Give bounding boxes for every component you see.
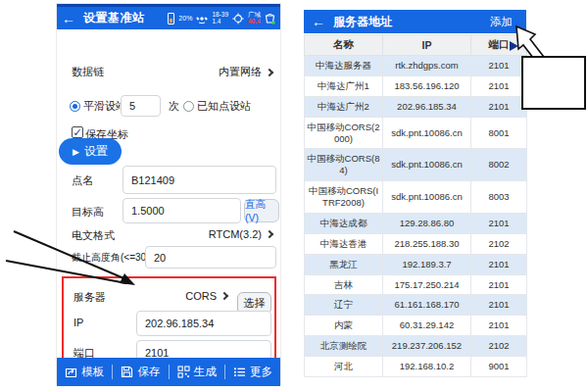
server-table-row[interactable]: 中国移动CORS(2000) sdk.pnt.10086.cn 8001 <box>305 117 527 149</box>
smooth-radio[interactable]: 平滑设站 <box>70 99 126 114</box>
save-icon <box>121 366 133 378</box>
server-port-cell: 2101 <box>471 96 527 117</box>
server-table-row[interactable]: 中国移动CORS(ITRF2008) sdk.pnt.10086.cn 8003 <box>305 181 527 214</box>
chevron-right-icon <box>266 68 273 75</box>
battery-icon <box>168 13 174 24</box>
server-ip-cell: 219.237.206.152 <box>383 336 471 357</box>
play-icon: ▶ <box>73 147 79 157</box>
accuracy-value: 40.4 <box>248 19 261 25</box>
back-icon[interactable]: ← <box>312 15 325 28</box>
radio-selected-icon <box>70 101 80 112</box>
message-format-label: 电文格式 <box>72 228 115 243</box>
server-table-row[interactable]: 中海达广州1 183.56.196.120 2101 <box>305 75 527 96</box>
server-name-cell: 内蒙 <box>305 316 383 336</box>
target-height-input[interactable] <box>122 198 241 223</box>
template-button-label: 模板 <box>81 365 104 379</box>
server-label: 服务器 <box>74 290 106 305</box>
pdop-value: 1.4 <box>212 19 228 25</box>
form-body: 数据链 内置网络 平滑设站 次 已知点设站 ✓ <box>57 29 280 384</box>
server-value: CORS <box>185 290 217 302</box>
server-port-cell: 8001 <box>471 117 527 149</box>
server-port-cell: 2101 <box>471 274 527 295</box>
known-point-radio[interactable]: 已知点设站 <box>183 99 251 114</box>
base-station-setup-panel: ← 设置基准站 20% 18-39 1.4 <box>56 3 281 385</box>
server-table-row[interactable]: 黑龙江 192.189.3.7 2101 <box>305 254 527 274</box>
point-name-row: 点名 <box>57 166 280 194</box>
more-button[interactable]: 更多 <box>225 358 280 386</box>
server-port-cell: 2102 <box>471 336 527 357</box>
datalink-label: 数据链 <box>72 65 104 79</box>
server-name-cell: 中海达服务器 <box>305 56 383 76</box>
server-table-row[interactable]: 中国移动CORS(84) sdk.pnt.10086.cn 8002 <box>305 149 527 181</box>
times-label: 次 <box>169 99 179 114</box>
server-table-body: 中海达服务器 rtk.zhdgps.com 2101 中海达广州1 183.56… <box>305 56 527 377</box>
message-format-row[interactable]: 电文格式 RTCM(3.2) <box>57 228 280 246</box>
back-icon[interactable]: ← <box>62 12 75 25</box>
generate-button-label: 生成 <box>194 365 217 379</box>
more-button-label: 更多 <box>250 365 272 379</box>
server-ip-cell: sdk.pnt.10086.cn <box>383 181 471 214</box>
server-address-title: 服务器地址 <box>333 14 392 30</box>
ip-input[interactable] <box>136 311 271 336</box>
template-button[interactable]: 模板 <box>57 358 112 386</box>
server-table-row[interactable]: 中海达广州2 202.96.185.34 2101 <box>305 96 527 117</box>
server-table-row[interactable]: 中海达香港 218.255.188.30 2102 <box>305 233 527 254</box>
more-list-icon <box>233 366 246 378</box>
server-name-cell: 中海达成都 <box>305 213 383 233</box>
server-table-row[interactable]: 辽宁 61.161.168.170 2101 <box>305 295 527 316</box>
battery-percent: 20% <box>178 15 192 22</box>
server-name-cell: 中国移动CORS(2000) <box>305 117 383 149</box>
server-ip-cell: 60.31.29.142 <box>383 316 471 336</box>
add-button[interactable]: 添加 <box>484 14 518 30</box>
server-address-panel: ← 服务器地址 添加 名称 IP 端口 中海达服务器 rtk.zhdgps.co… <box>304 10 526 377</box>
server-name-cell: 辽宁 <box>305 295 383 316</box>
server-port-cell: 2101 <box>471 213 527 233</box>
server-name-cell: 吉林 <box>305 274 383 295</box>
ip-row: IP <box>64 311 274 336</box>
server-name-cell: 中海达广州2 <box>305 96 383 117</box>
server-table-row[interactable]: 吉林 175.17.250.214 2101 <box>305 274 527 295</box>
server-name-cell: 黑龙江 <box>305 254 383 274</box>
server-table-header-row: 名称 IP 端口 <box>305 35 527 56</box>
server-row[interactable]: 服务器 CORS 选择 <box>64 286 274 308</box>
point-name-input[interactable] <box>122 166 276 194</box>
server-port-cell: 2102 <box>471 233 527 254</box>
server-table-row[interactable]: 内蒙 60.31.29.142 2101 <box>305 316 527 336</box>
target-height-row: 目标高 直高(V) <box>57 198 280 224</box>
server-table-row[interactable]: 北京测绘院 219.237.206.152 2102 <box>305 336 527 357</box>
server-ip-cell: 183.56.196.120 <box>383 75 471 96</box>
vertical-height-button[interactable]: 直高(V) <box>244 199 279 222</box>
server-port-cell: 2101 <box>471 56 527 76</box>
server-table-row[interactable]: 中海达成都 129.28.86.80 2101 <box>305 213 527 233</box>
server-ip-cell: 192.189.3.7 <box>383 254 471 274</box>
smooth-count-input[interactable] <box>121 95 161 117</box>
position-crosshair-icon <box>232 13 244 24</box>
col-name-header: 名称 <box>305 35 383 56</box>
server-ip-cell: 175.17.250.214 <box>383 274 471 295</box>
server-table-row[interactable]: 中海达服务器 rtk.zhdgps.com 2101 <box>305 56 527 76</box>
datalink-value: 内置网络 <box>219 65 262 79</box>
satellite-counts: 18-39 1.4 <box>212 12 228 24</box>
server-name-cell: 中国移动CORS(84) <box>305 149 383 181</box>
server-ip-cell: 129.28.86.80 <box>383 213 471 233</box>
generate-button[interactable]: 生成 <box>170 358 224 386</box>
save-button[interactable]: 保存 <box>113 358 168 386</box>
chevron-right-icon <box>266 230 273 238</box>
col-port-header: 端口 <box>471 35 527 56</box>
qr-code-icon <box>177 366 190 378</box>
bottom-toolbar: 模板 保存 生成 <box>57 358 280 386</box>
right-titlebar: ← 服务器地址 添加 <box>304 10 526 33</box>
server-ip-cell: rtk.zhdgps.com <box>383 56 471 76</box>
server-name-cell: 中国移动CORS(ITRF2008) <box>305 181 383 214</box>
annotation-callout-box <box>522 57 585 109</box>
set-button[interactable]: ▶ 设置 <box>59 138 122 165</box>
server-port-cell: 2101 <box>471 254 527 274</box>
cutoff-angle-input[interactable] <box>145 246 276 269</box>
datalink-row[interactable]: 数据链 内置网络 <box>57 65 280 82</box>
server-ip-cell: 202.96.185.34 <box>383 96 471 117</box>
server-table-row[interactable]: 河北 192.168.10.2 9001 <box>305 357 527 377</box>
receiver-icon <box>265 12 275 24</box>
chevron-right-icon <box>220 292 228 300</box>
server-port-cell: 2101 <box>471 75 527 96</box>
checkbox-checked-icon[interactable]: ✓ <box>72 126 83 138</box>
